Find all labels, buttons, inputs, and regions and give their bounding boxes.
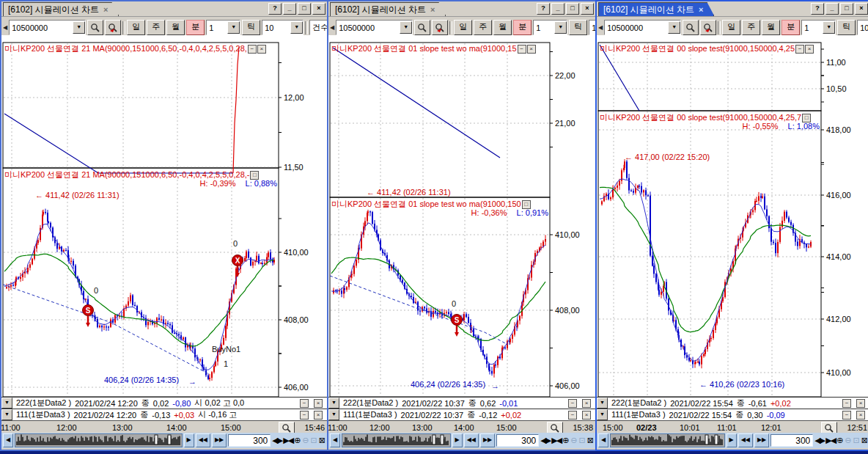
scroll-right-button[interactable]: ▶ (727, 433, 737, 447)
toolbar-collapse-icon[interactable]: ◀ (3, 24, 7, 31)
page-back-button[interactable]: ◀◀ (196, 433, 210, 447)
page-back-button[interactable]: ◀◀ (738, 433, 753, 447)
period-minute-button[interactable]: 분 (186, 20, 205, 35)
chevron-down-icon[interactable]: ▼ (290, 21, 303, 34)
window-tab[interactable]: [6102] 시뮬레이션 차트 × (598, 2, 714, 16)
chevron-down-icon[interactable]: ▼ (668, 21, 680, 34)
jump-latest-icon[interactable]: ▶◀ (551, 434, 561, 447)
zoom-out-icon[interactable]: ⊖ (302, 434, 309, 447)
period-week-button[interactable]: 주 (474, 20, 492, 35)
scroll-right-button[interactable]: ▶ (452, 433, 463, 447)
period-day-button[interactable]: 일 (127, 20, 145, 35)
chart-navigator[interactable] (342, 433, 450, 447)
panel-close-icon[interactable]: × (527, 45, 536, 54)
close-chart-icon[interactable]: ⊠ (587, 434, 594, 447)
row-collapse-icon[interactable]: ▼ (597, 409, 608, 420)
zoom-out-icon[interactable]: ⊖ (845, 434, 851, 447)
chart-navigator[interactable] (610, 433, 724, 447)
search-button[interactable] (683, 20, 699, 35)
panel-minimize-icon[interactable]: − (300, 411, 309, 420)
scroll-left-button[interactable]: ◀ (330, 433, 340, 447)
window-tab[interactable]: [6102] 시뮬레이션 차트 × (3, 2, 119, 16)
panel-minimize-icon[interactable]: − (300, 399, 309, 408)
scroll-right-button[interactable]: ▶ (184, 433, 194, 447)
symbol-combo[interactable]: 10500000 ▼ (336, 20, 413, 35)
period-month-button[interactable]: 월 (166, 20, 185, 35)
interval-combo[interactable]: 1 ▼ (801, 20, 836, 35)
close-chart-icon[interactable]: ⊠ (319, 434, 326, 447)
period-day-button[interactable]: 일 (454, 20, 472, 35)
help-button[interactable]: ? (268, 3, 282, 15)
period-minute-button[interactable]: 분 (781, 20, 800, 35)
row-collapse-icon[interactable]: ▼ (1, 409, 12, 420)
period-day-button[interactable]: 일 (722, 20, 740, 35)
panel-close-icon[interactable]: × (582, 399, 591, 408)
chevron-down-icon[interactable]: ▼ (554, 21, 567, 34)
tick-count-combo[interactable]: 10 ▼ (589, 20, 595, 35)
tick-count-combo[interactable]: 10 ▼ (262, 20, 304, 35)
minimize-button[interactable]: _ (283, 3, 296, 15)
chart-navigator[interactable] (15, 433, 182, 447)
chevron-down-icon[interactable]: ▼ (400, 21, 412, 34)
period-week-button[interactable]: 주 (742, 20, 760, 35)
panel-close-icon[interactable]: × (856, 411, 865, 420)
interval-combo[interactable]: 1 ▼ (206, 20, 240, 35)
page-forward-button[interactable]: ▶▶ (480, 433, 495, 447)
zoom-out-icon[interactable]: ⊖ (570, 434, 577, 447)
panel-minimize-icon[interactable]: − (842, 411, 851, 420)
toolbar-collapse-icon[interactable]: ◀ (598, 24, 603, 31)
chevron-down-icon[interactable]: ▼ (227, 21, 240, 34)
panel-minimize-icon[interactable]: − (248, 45, 257, 54)
zoom-in-icon[interactable]: ⊕ (294, 434, 301, 447)
panel-minimize-icon[interactable]: − (842, 399, 851, 408)
close-button[interactable]: × (312, 3, 326, 15)
fit-width-icon[interactable]: ◀▶ (272, 434, 282, 447)
tab-close-icon[interactable]: × (430, 5, 435, 14)
count-combo[interactable]: 건수 ▼ (309, 20, 327, 35)
tick-button[interactable]: 틱 (837, 20, 856, 35)
row-collapse-icon[interactable]: ▼ (1, 398, 12, 409)
maximize-button[interactable]: □ (298, 3, 311, 15)
window-tab[interactable]: [6102] 시뮬레이션 차트 × (330, 2, 446, 16)
bar-count-input[interactable] (770, 434, 813, 447)
toolbar-collapse-icon[interactable]: ◀ (330, 24, 334, 31)
row-collapse-icon[interactable]: ▼ (328, 409, 339, 420)
period-minute-button[interactable]: 분 (513, 20, 532, 35)
bar-count-input[interactable] (228, 434, 271, 447)
jump-latest-icon[interactable]: ▶◀ (825, 434, 835, 447)
page-back-button[interactable]: ◀◀ (464, 433, 479, 447)
chevron-down-icon[interactable]: ▼ (73, 21, 85, 34)
tick-button[interactable]: 틱 (569, 20, 587, 35)
fit-width-icon[interactable]: ◀▶ (540, 434, 550, 447)
zoom-in-icon[interactable]: ⊕ (562, 434, 569, 447)
page-forward-button[interactable]: ▶▶ (212, 433, 227, 447)
zoom-in-icon[interactable]: ⊕ (836, 434, 843, 447)
tick-button[interactable]: 틱 (242, 20, 260, 35)
period-week-button[interactable]: 주 (147, 20, 165, 35)
fit-width-icon[interactable]: ◀▶ (814, 434, 824, 447)
close-chart-icon[interactable]: ⊠ (861, 434, 868, 447)
symbol-combo[interactable]: 10500000 ▼ (9, 20, 86, 35)
maximize-button[interactable]: □ (566, 3, 579, 15)
symbol-combo[interactable]: 10500000 ▼ (604, 20, 681, 35)
period-month-button[interactable]: 월 (493, 20, 512, 35)
panel-close-icon[interactable]: × (314, 399, 323, 408)
scroll-left-button[interactable]: ◀ (598, 433, 608, 447)
row-collapse-icon[interactable]: ▼ (597, 398, 608, 409)
search-button[interactable] (87, 20, 103, 35)
row-collapse-icon[interactable]: ▼ (328, 398, 339, 409)
panel-close-icon[interactable]: × (314, 411, 323, 420)
close-button[interactable]: × (855, 3, 868, 15)
panel-minimize-icon[interactable]: − (795, 45, 804, 54)
chevron-down-icon[interactable]: ▼ (823, 21, 835, 34)
search-button[interactable] (414, 20, 430, 35)
page-forward-button[interactable]: ▶▶ (754, 433, 769, 447)
jump-latest-icon[interactable]: ▶◀ (283, 434, 293, 447)
restore-chart-icon[interactable]: ⊡ (579, 434, 586, 447)
period-month-button[interactable]: 월 (762, 20, 780, 35)
panel-close-icon[interactable]: × (805, 45, 814, 54)
tick-count-combo[interactable]: 10 ▼ (857, 20, 868, 35)
minimize-button[interactable]: _ (551, 3, 564, 15)
restore-chart-icon[interactable]: ⊡ (853, 434, 860, 447)
panel-close-icon[interactable]: × (257, 45, 266, 54)
